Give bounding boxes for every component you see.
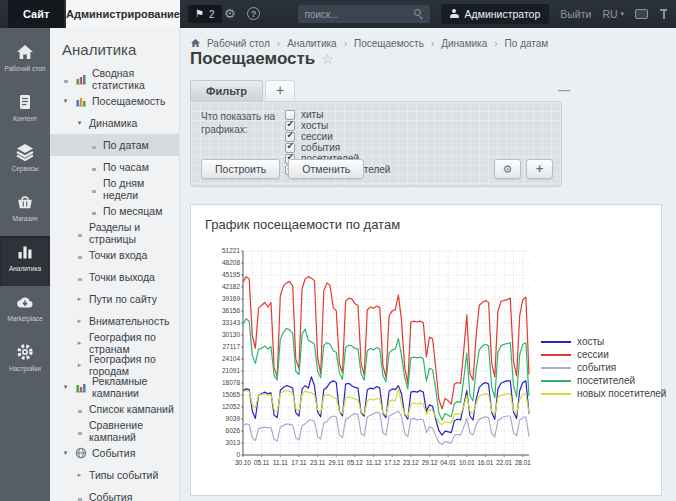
checkbox-label: события: [301, 142, 340, 153]
page-title-text: Посещаемость: [190, 49, 315, 68]
filter-icon-buttons: ⚙ +: [494, 159, 553, 179]
home-icon: [191, 39, 200, 48]
admin-tab[interactable]: Администрирование: [66, 0, 180, 28]
breadcrumb-separator: ›: [431, 38, 434, 49]
star-icon[interactable]: ☆: [321, 51, 334, 67]
logout-link[interactable]: Выйти: [560, 8, 591, 20]
build-button[interactable]: Построить: [201, 159, 280, 179]
cloud-icon: [15, 292, 35, 312]
svg-text:28.01: 28.01: [515, 459, 531, 466]
menu-item[interactable]: ▾Динамика: [50, 112, 179, 134]
language-selector[interactable]: RU ▾: [602, 8, 624, 20]
breadcrumb-item[interactable]: Динамика: [441, 38, 487, 49]
menu-item[interactable]: Точки входа: [50, 244, 179, 266]
svg-text:42182: 42182: [222, 283, 240, 290]
breadcrumb-item[interactable]: Посещаемость: [354, 38, 424, 49]
sidebar-item-label: Marketplace: [0, 315, 50, 323]
svg-text:29.12: 29.12: [422, 459, 438, 466]
svg-text:22.01: 22.01: [496, 459, 512, 466]
checkbox-item: хосты: [285, 120, 390, 131]
checkbox[interactable]: [285, 143, 295, 153]
language-label: RU: [602, 8, 617, 20]
menu-item[interactable]: ▾Посещаемость: [50, 90, 179, 112]
menu-item[interactable]: ▸Пути по сайту: [50, 288, 179, 310]
breadcrumb-separator: ›: [277, 38, 280, 49]
gear-icon[interactable]: ⚙: [224, 5, 236, 23]
checkbox-label: хиты: [301, 109, 323, 120]
menu-item[interactable]: По месяцам: [50, 200, 179, 222]
menu-item[interactable]: По часам: [50, 156, 179, 178]
filter-settings-button[interactable]: ⚙: [494, 159, 521, 179]
visits-line-chart: 0301360269039120521506518078210912410427…: [203, 243, 533, 471]
bitrix-admin-page: { "topbar": { "site_tab": "Сайт", "admin…: [0, 0, 676, 501]
bullet-icon: [89, 205, 98, 217]
chart-icon: [15, 242, 35, 262]
menu-item-label: События: [89, 491, 132, 501]
pin-icon[interactable]: [659, 8, 668, 21]
menu-item[interactable]: Сводная статистика: [50, 68, 179, 90]
breadcrumb-item[interactable]: Рабочий стол: [207, 38, 270, 49]
bullet-icon: [89, 161, 98, 173]
checkbox[interactable]: [285, 132, 295, 142]
chevron-right-icon: ▸: [75, 317, 84, 325]
svg-text:04.01: 04.01: [440, 459, 456, 466]
menu-item[interactable]: ▸География по городам: [50, 354, 179, 376]
sidebar-item-chart[interactable]: Аналитика: [0, 236, 50, 286]
menu-item[interactable]: ▾Рекламные кампании: [50, 376, 179, 398]
menu-item[interactable]: Список кампаний: [50, 398, 179, 420]
sidebar-item-label: Настройки: [0, 365, 50, 373]
legend-label: сессии: [577, 349, 609, 360]
svg-text:48208: 48208: [222, 259, 240, 266]
menu-item[interactable]: ▸География по странам: [50, 332, 179, 354]
menu-item[interactable]: Разделы и страницы: [50, 222, 179, 244]
user-button[interactable]: Администратор: [441, 4, 550, 24]
add-filter-tab[interactable]: +: [265, 80, 295, 101]
svg-text:21091: 21091: [222, 367, 240, 374]
breadcrumb-item[interactable]: Аналитика: [287, 38, 337, 49]
layers-icon: [15, 142, 35, 162]
desktop-icon[interactable]: [635, 9, 648, 19]
notifications-button[interactable]: ⚑ 2: [188, 5, 222, 23]
menu-item[interactable]: Точки выхода: [50, 266, 179, 288]
topbar-right: Администратор Выйти RU ▾: [298, 0, 668, 28]
svg-text:23.12: 23.12: [403, 459, 419, 466]
svg-text:16.01: 16.01: [478, 459, 494, 466]
checkbox-item: хиты: [285, 109, 390, 120]
svg-text:10.01: 10.01: [459, 459, 475, 466]
legend-swatch: [541, 341, 571, 343]
notifications-count: 2: [209, 9, 215, 20]
checkbox[interactable]: [285, 121, 295, 131]
menu-item[interactable]: ▸Внимательность: [50, 310, 179, 332]
sidebar-item-layers[interactable]: Сервисы: [0, 136, 50, 186]
cancel-button[interactable]: Отменить: [288, 159, 364, 179]
search-input[interactable]: [298, 5, 430, 23]
svg-text:30130: 30130: [222, 331, 240, 338]
sidebar-item-gear[interactable]: Настройки: [0, 336, 50, 386]
legend-item: посетителей: [541, 374, 669, 387]
filter-add-button[interactable]: +: [526, 159, 553, 179]
sidebar-item-basket[interactable]: Магазин: [0, 186, 50, 236]
sidebar-item-cloud[interactable]: Marketplace: [0, 286, 50, 336]
menu-item[interactable]: По датам: [50, 134, 179, 156]
svg-text:17.12: 17.12: [384, 459, 400, 466]
menu-item[interactable]: Сравнение кампаний: [50, 420, 179, 442]
sidebar-item-label: Сервисы: [0, 165, 50, 173]
checkbox[interactable]: [285, 110, 295, 120]
menu-item[interactable]: ▸Типы событий: [50, 464, 179, 486]
help-button[interactable]: ?: [247, 7, 260, 20]
breadcrumb-item[interactable]: По датам: [505, 38, 549, 49]
menu-item[interactable]: События: [50, 486, 179, 501]
sidebar-item-home[interactable]: Рабочий стол: [0, 36, 50, 86]
filter-tab[interactable]: Фильтр: [190, 80, 263, 101]
menu-item[interactable]: По дням недели: [50, 178, 179, 200]
site-tab[interactable]: Сайт: [8, 0, 64, 28]
menu-item-label: География по городам: [89, 353, 179, 377]
bullet-icon: [61, 73, 70, 85]
sidebar-item-document[interactable]: Контент: [0, 86, 50, 136]
search-icon[interactable]: [414, 9, 421, 16]
svg-text:23.11: 23.11: [310, 459, 326, 466]
bullet-icon: [75, 425, 84, 437]
menu-item[interactable]: ▾События: [50, 442, 179, 464]
document-icon: [15, 92, 35, 112]
collapse-button[interactable]: —: [558, 83, 570, 97]
